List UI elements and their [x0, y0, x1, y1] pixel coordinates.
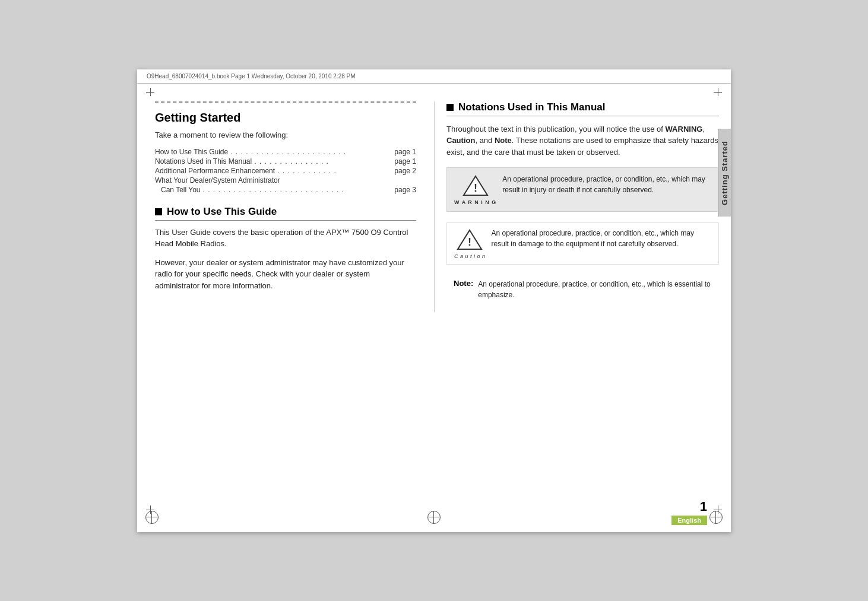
toc-row: How to Use This Guide . . . . . . . . . …: [155, 148, 416, 156]
bullet-square: [155, 208, 162, 215]
notations-intro: Throughout the text in this publication,…: [446, 123, 719, 158]
notations-label: Notations Used in This Manual: [458, 101, 605, 113]
caution-text: An operational procedure, practice, or c…: [492, 228, 711, 249]
language-label: English: [671, 516, 707, 525]
warning-label: W A R N I N G: [454, 199, 496, 205]
svg-text:!: !: [468, 236, 471, 248]
toc-row: Notations Used in This Manual . . . . . …: [155, 157, 416, 166]
crosshair-top-right: [712, 86, 724, 98]
toc-label: How to Use This Guide: [155, 148, 228, 156]
warning-triangle-icon: !: [462, 174, 489, 198]
caution-label: C a u t i o n: [454, 253, 486, 259]
toc-label: What Your Dealer/System Administrator: [155, 176, 280, 185]
toc-label: Notations Used in This Manual: [155, 157, 252, 166]
how-to-use-p2: However, your dealer or system administr…: [155, 257, 416, 292]
dashed-separator: [155, 101, 416, 106]
content-area: Getting Started Take a moment to review …: [137, 84, 731, 330]
intro-text: Take a moment to review the following:: [155, 131, 416, 139]
warning-text: An operational procedure, practice, or c…: [502, 174, 711, 195]
crosshair-top-left: [144, 86, 156, 98]
bottom-right: 1 English: [671, 499, 707, 525]
left-column: Getting Started Take a moment to review …: [149, 101, 434, 313]
notations-heading: Notations Used in This Manual: [446, 101, 719, 116]
toc-label: Can Tell You: [155, 186, 201, 194]
toc-table: How to Use This Guide . . . . . . . . . …: [155, 148, 416, 194]
reg-mark-bottom-left: [145, 511, 159, 524]
note-text: An operational procedure, practice, or c…: [478, 279, 712, 300]
svg-text:!: !: [474, 182, 477, 194]
note-label: Note:: [454, 279, 473, 288]
getting-started-title: Getting Started: [155, 111, 416, 125]
header-bar: O9Head_68007024014_b.book Page 1 Wednesd…: [137, 69, 731, 84]
caution-box: ! C a u t i o n An operational procedure…: [446, 222, 719, 265]
toc-label: Additional Performance Enhancement: [155, 167, 275, 175]
reg-mark-bottom-mid: [427, 511, 441, 524]
how-to-use-heading: How to Use This Guide: [155, 206, 416, 221]
side-tab: Getting Started: [718, 129, 731, 217]
caution-icon-wrap: ! C a u t i o n: [454, 228, 486, 259]
caution-triangle-icon: !: [457, 228, 483, 252]
how-to-use-label: How to Use This Guide: [167, 206, 277, 218]
how-to-use-p1: This User Guide covers the basic operati…: [155, 227, 416, 250]
toc-row: Can Tell You . . . . . . . . . . . . . .…: [155, 186, 416, 194]
page: O9Head_68007024014_b.book Page 1 Wednesd…: [137, 69, 731, 532]
bullet-square-right: [446, 104, 454, 111]
reg-mark-bottom-right: [709, 511, 723, 524]
warning-icon-wrap: ! W A R N I N G: [454, 174, 496, 205]
warning-box: ! W A R N I N G An operational procedure…: [446, 167, 719, 212]
side-tab-text: Getting Started: [720, 141, 729, 205]
note-box: Note: An operational procedure, practice…: [446, 274, 719, 305]
right-column: Notations Used in This Manual Throughout…: [434, 101, 719, 313]
page-number: 1: [671, 499, 707, 514]
toc-row: Additional Performance Enhancement . . .…: [155, 167, 416, 175]
header-filename: O9Head_68007024014_b.book Page 1 Wednesd…: [147, 73, 356, 80]
toc-row: What Your Dealer/System Administrator: [155, 176, 416, 185]
